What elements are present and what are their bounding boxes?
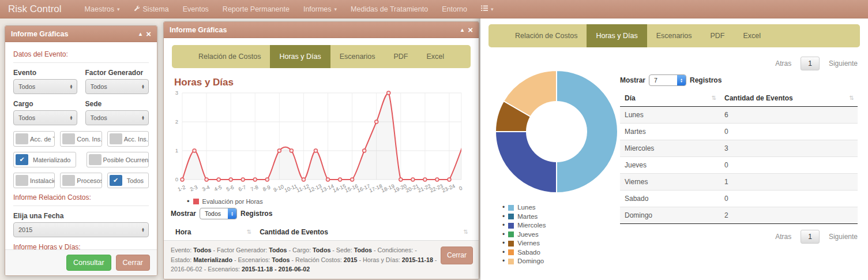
nav-item-reporte-permanente[interactable]: Reporte Permanente xyxy=(216,0,296,18)
fecha-select[interactable]: 2015 ▲▼ xyxy=(13,222,149,237)
table-row: Sabado0 xyxy=(620,191,858,207)
legend-swatch xyxy=(508,223,514,229)
top-nav: Risk Control Maestros ▾ Sistema Eventos … xyxy=(0,0,868,18)
column-header-cantidad[interactable]: Cantidad de Eventos⇅ xyxy=(720,90,858,107)
pagination-next[interactable]: Siguiente xyxy=(829,233,858,241)
cargo-select[interactable]: Todos ▲▼ xyxy=(13,110,77,125)
panel-title: Informe Gráficas xyxy=(170,26,227,34)
nav-item-list-menu[interactable]: ▾ xyxy=(474,0,501,18)
evento-label: Evento xyxy=(13,69,77,77)
close-icon[interactable]: × xyxy=(468,25,473,34)
panel-filtros: Informe Gráficas ▴ × Datos del Evento: E… xyxy=(5,25,157,276)
wrench-icon xyxy=(134,5,140,13)
factor-generador-select[interactable]: Todos ▲▼ xyxy=(85,79,149,94)
checkbox-todos[interactable]: ✔ Todos xyxy=(107,173,149,188)
nav-item-sistema[interactable]: Sistema xyxy=(127,0,176,18)
legend-swatch xyxy=(508,232,514,237)
report-tabs: Relación de Costos Horas y Días Escenari… xyxy=(489,24,860,47)
tab-escenarios[interactable]: Escenarios xyxy=(647,24,701,47)
table-row: Domingo2 xyxy=(620,207,858,224)
checkbox-box xyxy=(62,133,75,144)
select-arrows-icon: ▲▼ xyxy=(141,227,145,233)
svg-text:2-3: 2-3 xyxy=(189,184,198,192)
cargo-label: Cargo xyxy=(13,100,77,108)
tab-pdf[interactable]: PDF xyxy=(385,45,418,68)
tab-excel[interactable]: Excel xyxy=(734,24,771,47)
dias-table: Día⇅ Cantidad de Eventos⇅ Lunes6 Martes0… xyxy=(620,90,858,224)
nav-item-eventos[interactable]: Eventos xyxy=(176,0,216,18)
column-header-dia[interactable]: Día⇅ xyxy=(620,90,720,107)
checkbox-box xyxy=(62,175,75,186)
select-arrows-icon: ▲▼ xyxy=(70,115,73,121)
pagination-top: Atras 1 Siguiente xyxy=(620,57,858,70)
svg-text:7-8: 7-8 xyxy=(250,184,259,192)
tab-relacion-de-costos[interactable]: Relación de Costos xyxy=(189,45,270,68)
legend-swatch xyxy=(508,241,514,247)
legend-swatch xyxy=(508,249,514,255)
pagination-prev[interactable]: Atras xyxy=(775,233,791,241)
collapse-icon[interactable]: ▴ xyxy=(139,30,142,38)
close-icon[interactable]: × xyxy=(146,29,151,38)
registros-select[interactable]: Todos ▲▼ xyxy=(200,208,237,219)
section-datos-evento: Datos del Evento: xyxy=(13,50,149,58)
checkbox-acc-de-trabajo[interactable]: Acc. de Tra xyxy=(13,131,55,147)
registros-select[interactable]: 7 ▲▼ xyxy=(649,74,686,86)
caret-down-icon: ▾ xyxy=(491,6,494,12)
svg-text:8-9: 8-9 xyxy=(262,184,271,192)
svg-text:2: 2 xyxy=(175,118,178,125)
legend-swatch xyxy=(508,259,514,264)
tab-escenarios[interactable]: Escenarios xyxy=(330,45,385,68)
legend-swatch xyxy=(508,205,514,211)
tab-excel[interactable]: Excel xyxy=(418,45,454,68)
app-brand: Risk Control xyxy=(8,3,62,15)
svg-text:9-10: 9-10 xyxy=(273,184,285,193)
tab-horas-y-dias[interactable]: Horas y Días xyxy=(587,24,647,47)
checkbox-posible-ocurrencia[interactable]: Posible Ocurrencia xyxy=(87,152,149,167)
legend-item-viernes: •Viernes xyxy=(502,239,546,248)
pagination-page-1[interactable]: 1 xyxy=(801,230,820,244)
mostrar-registros: Mostrar Todos ▲▼ Registros xyxy=(171,208,479,219)
svg-text:4-5: 4-5 xyxy=(213,184,223,192)
svg-text:0: 0 xyxy=(459,185,463,192)
checkbox-box xyxy=(16,133,28,144)
cerrar-button[interactable]: Cerrar xyxy=(441,247,473,264)
nav-item-medidas[interactable]: Medidas de Tratamiento xyxy=(344,0,435,18)
tab-relacion-de-costos[interactable]: Relación de Costos xyxy=(506,24,587,47)
nav-item-informes[interactable]: Informes ▾ xyxy=(296,0,344,18)
tab-pdf[interactable]: PDF xyxy=(701,24,734,47)
checkbox-procesos[interactable]: Procesos xyxy=(60,173,102,188)
donut-chart xyxy=(494,69,619,194)
pagination-prev[interactable]: Atras xyxy=(775,59,791,68)
checkbox-materializado[interactable]: ✔ Materializado xyxy=(13,152,76,167)
mostrar-registros: Mostrar 7 ▲▼ Registros xyxy=(620,74,858,86)
list-icon xyxy=(481,5,488,13)
evento-select[interactable]: Todos ▲▼ xyxy=(13,79,77,94)
cerrar-button[interactable]: Cerrar xyxy=(116,255,150,271)
legend-item-martes: •Martes xyxy=(502,212,546,222)
nav-item-maestros[interactable]: Maestros ▾ xyxy=(78,0,127,18)
column-header-hora[interactable]: Hora⇅ xyxy=(171,224,255,241)
checkbox-box xyxy=(110,133,122,144)
pagination-page-1[interactable]: 1 xyxy=(801,57,820,70)
panel-footer-summary: Evento: Todos - Factor Generador: Todos … xyxy=(164,240,479,279)
sort-icon: ⇅ xyxy=(247,229,251,235)
legend-swatch xyxy=(508,214,514,219)
consultar-button[interactable]: Consultar xyxy=(66,255,111,271)
svg-text:3-4: 3-4 xyxy=(201,184,211,192)
legend-swatch xyxy=(193,199,199,204)
select-arrows-icon: ▲▼ xyxy=(141,115,145,121)
checkbox-acc-ins[interactable]: Acc. Ins. xyxy=(107,131,149,147)
app-root: Risk Control Maestros ▾ Sistema Eventos … xyxy=(0,0,868,280)
checkbox-con-ins[interactable]: Con. Ins. xyxy=(60,131,102,147)
caret-down-icon: ▾ xyxy=(335,6,337,12)
table-row: Martes0 xyxy=(620,124,858,140)
checkbox-instalacion[interactable]: Instalacion xyxy=(13,173,55,188)
nav-item-entorno[interactable]: Entorno xyxy=(435,0,474,18)
legend-item-jueves: •Jueves xyxy=(502,230,546,240)
pagination-next[interactable]: Siguiente xyxy=(829,59,858,68)
table-row: Miercoles3 xyxy=(620,140,858,157)
collapse-icon[interactable]: ▴ xyxy=(461,26,464,33)
tab-horas-y-dias[interactable]: Horas y Días xyxy=(270,45,330,68)
column-header-cantidad[interactable]: Cantidad de Eventos⇅ xyxy=(255,224,472,241)
sede-select[interactable]: Todos ▲▼ xyxy=(85,110,149,125)
